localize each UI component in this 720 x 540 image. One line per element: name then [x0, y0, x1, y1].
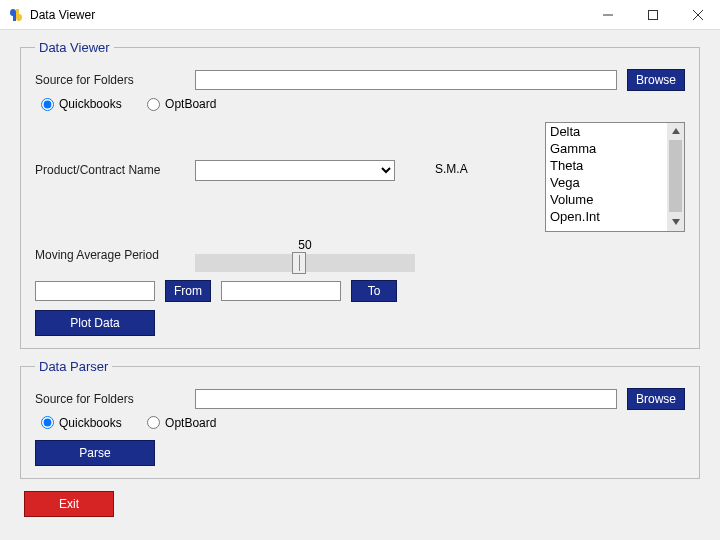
mavg-slider-thumb[interactable]	[292, 252, 306, 274]
radio-optboard-input[interactable]	[147, 98, 160, 111]
radio-optboard-label: OptBoard	[165, 97, 216, 111]
scroll-down-icon[interactable]	[667, 214, 684, 231]
minimize-button[interactable]	[585, 0, 630, 29]
parser-radio-optboard-label: OptBoard	[165, 416, 216, 430]
sma-label: S.M.A	[435, 162, 473, 176]
data-parser-group: Data Parser Source for Folders Browse Qu…	[20, 359, 700, 480]
plot-data-button[interactable]: Plot Data	[35, 310, 155, 336]
browse-button[interactable]: Browse	[627, 69, 685, 91]
to-button[interactable]: To	[351, 280, 397, 302]
maximize-button[interactable]	[630, 0, 675, 29]
list-item[interactable]: Open.Int	[546, 208, 667, 225]
product-label: Product/Contract Name	[35, 163, 195, 177]
radio-quickbooks[interactable]: Quickbooks	[41, 97, 122, 111]
parser-browse-button[interactable]: Browse	[627, 388, 685, 410]
list-item[interactable]: Delta	[546, 123, 667, 140]
window-controls	[585, 0, 720, 29]
parser-source-input[interactable]	[195, 389, 617, 409]
data-viewer-legend: Data Viewer	[35, 40, 114, 55]
source-input[interactable]	[195, 70, 617, 90]
list-item[interactable]: Vega	[546, 174, 667, 191]
radio-quickbooks-input[interactable]	[41, 98, 54, 111]
svg-marker-5	[672, 219, 680, 225]
sma-listbox[interactable]: Delta Gamma Theta Vega Volume Open.Int	[545, 122, 685, 232]
svg-rect-1	[648, 10, 657, 19]
to-input[interactable]	[221, 281, 341, 301]
content-area: Data Viewer Source for Folders Browse Qu…	[0, 30, 720, 540]
list-item[interactable]: Volume	[546, 191, 667, 208]
svg-marker-4	[672, 128, 680, 134]
titlebar: Data Viewer	[0, 0, 720, 30]
mavg-label: Moving Average Period	[35, 248, 195, 262]
scroll-thumb[interactable]	[669, 140, 682, 212]
source-label: Source for Folders	[35, 73, 195, 87]
list-item[interactable]: Theta	[546, 157, 667, 174]
data-viewer-group: Data Viewer Source for Folders Browse Qu…	[20, 40, 700, 349]
listbox-scrollbar[interactable]	[667, 123, 684, 231]
parser-radio-optboard-input[interactable]	[147, 416, 160, 429]
list-item[interactable]: Gamma	[546, 140, 667, 157]
parser-radio-quickbooks-input[interactable]	[41, 416, 54, 429]
parser-radio-quickbooks-label: Quickbooks	[59, 416, 122, 430]
from-button[interactable]: From	[165, 280, 211, 302]
scroll-up-icon[interactable]	[667, 123, 684, 140]
parser-source-label: Source for Folders	[35, 392, 195, 406]
parser-radio-optboard[interactable]: OptBoard	[147, 416, 216, 430]
parser-radio-quickbooks[interactable]: Quickbooks	[41, 416, 122, 430]
mavg-slider[interactable]	[195, 254, 415, 272]
sma-listbox-items[interactable]: Delta Gamma Theta Vega Volume Open.Int	[546, 123, 667, 231]
radio-quickbooks-label: Quickbooks	[59, 97, 122, 111]
parse-button[interactable]: Parse	[35, 440, 155, 466]
app-window: Data Viewer Data Viewer Source for Folde…	[0, 0, 720, 540]
radio-optboard[interactable]: OptBoard	[147, 97, 216, 111]
mavg-value: 50	[298, 238, 311, 252]
exit-button[interactable]: Exit	[24, 491, 114, 517]
app-icon	[8, 7, 24, 23]
close-button[interactable]	[675, 0, 720, 29]
from-input[interactable]	[35, 281, 155, 301]
scroll-track[interactable]	[667, 140, 684, 214]
window-title: Data Viewer	[30, 8, 585, 22]
data-parser-legend: Data Parser	[35, 359, 112, 374]
product-select[interactable]	[195, 160, 395, 181]
